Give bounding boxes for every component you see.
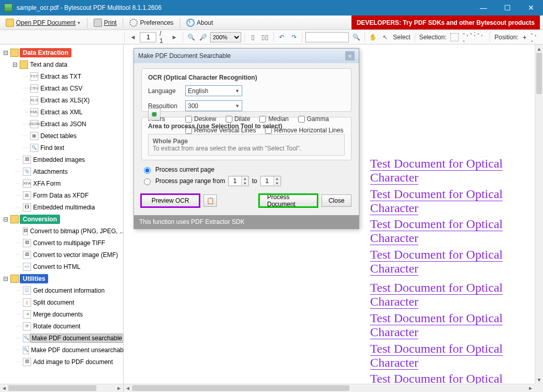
tree-add-image[interactable]: ⋯🖼Add image to PDF document	[0, 356, 123, 368]
zoom-select[interactable]: 200%	[210, 32, 241, 42]
language-select[interactable]: English▼	[185, 85, 242, 96]
range-from-input[interactable]: ▲▼	[228, 176, 249, 186]
zoom-in-button[interactable]: 🔎	[198, 32, 208, 42]
area-hint-label: To extract from area select the area wit…	[153, 145, 340, 152]
process-range-radio[interactable]	[144, 178, 151, 185]
binoculars-icon: 🔍	[30, 144, 38, 152]
process-current-label: Process current page	[155, 166, 214, 173]
xls-icon: XLS	[30, 96, 38, 104]
gamma-checkbox[interactable]: Gamma	[298, 115, 329, 123]
tree-extract-xls[interactable]: ⋯XLSExtract as XLS(X)	[0, 94, 123, 106]
titlebar: sample_ocr.pdf - Bytescout PDF Multitool…	[0, 0, 543, 16]
emf-icon: 🖼	[23, 251, 31, 259]
tree-make-searchable[interactable]: ⋯🔍Make PDF document searchable	[0, 332, 123, 344]
process-document-button[interactable]: Process Document	[259, 194, 317, 207]
select-tool-label: Select	[392, 34, 411, 41]
attachment-icon: 📎	[23, 168, 31, 176]
tree-detect-tables[interactable]: ⋯▦Detect tables	[0, 130, 123, 142]
preview-ocr-button[interactable]: Preview OCR	[141, 194, 199, 207]
print-button[interactable]: Print	[92, 18, 119, 28]
ocr-dialog: Make PDF Document Searchable × OCR (Opti…	[134, 48, 359, 229]
selection-value: - , - ; - , -	[462, 30, 487, 44]
find-input[interactable]	[305, 32, 349, 42]
menubar: Open PDF Document ▾ Print Preferences Ab…	[0, 16, 543, 30]
preferences-button[interactable]: Preferences	[127, 18, 175, 28]
maximize-button[interactable]: ☐	[495, 0, 519, 16]
rotate-left-button[interactable]: ↶	[277, 32, 287, 42]
tree-embedded-multimedia[interactable]: ⋯🎞Embedded multimedia	[0, 201, 123, 213]
ocr-text-line: Test Document for Optical Character	[370, 217, 535, 245]
close-dialog-button[interactable]: Close	[321, 194, 351, 207]
resolution-select[interactable]: 300▼	[185, 100, 242, 111]
hand-tool-button[interactable]: ✋	[368, 32, 378, 42]
open-folder-icon	[6, 19, 14, 27]
dilate-checkbox[interactable]: Dilate	[226, 115, 251, 123]
about-icon	[186, 19, 195, 27]
folder-open-icon	[20, 61, 28, 69]
page-number-input[interactable]	[140, 32, 156, 42]
tree-cat-conversion[interactable]: ⊟Conversion	[0, 213, 123, 225]
dialog-close-button[interactable]: ×	[345, 51, 355, 61]
tree-form-data[interactable]: ⋯▤Form Data as XFDF	[0, 189, 123, 201]
dialog-title: Make PDF Document Searchable	[138, 52, 231, 59]
open-pdf-document-button[interactable]: Open PDF Document ▾	[3, 17, 83, 28]
tree-get-info[interactable]: ⋯ⓘGet document information	[0, 284, 123, 296]
unsearchable-icon: 🔍	[23, 346, 29, 354]
rotate-icon: ⟳	[23, 322, 31, 330]
merge-icon: ⇥	[23, 310, 31, 319]
tree-conv-html[interactable]: ⋯<>Convert to HTML	[0, 261, 123, 273]
about-button[interactable]: About	[184, 18, 215, 28]
sidebar-scrollbar-h[interactable]: ◄►	[0, 384, 123, 392]
position-label: Position:	[493, 34, 519, 41]
folder-open-icon	[10, 49, 19, 57]
tree-merge[interactable]: ⋯⇥Merge documents	[0, 308, 123, 320]
selection-type-icon[interactable]	[450, 33, 459, 41]
tree-extract-csv[interactable]: ⋯CSVExtract as CSV	[0, 82, 123, 94]
single-page-button[interactable]: ▯	[248, 32, 258, 42]
tree-text-and-data[interactable]: ⊟Text and data	[0, 58, 123, 70]
tree-xfa-form[interactable]: ⋯XFAXFA Form	[0, 177, 123, 189]
range-to-input[interactable]: ▲▼	[260, 176, 281, 186]
bug-icon	[151, 111, 158, 118]
copy-result-button[interactable]: 📋	[203, 194, 217, 207]
close-window-button[interactable]: ✕	[519, 0, 543, 16]
process-range-label: Process page range from	[155, 177, 225, 185]
gear-icon	[129, 19, 138, 27]
xfa-icon: XFA	[23, 179, 31, 188]
process-current-radio[interactable]	[144, 167, 151, 174]
auto-fix-filters-button[interactable]	[148, 108, 160, 120]
ocr-text-line: Test Document for Optical Character	[370, 187, 535, 215]
tree-conv-bitmap[interactable]: ⋯🖼Convert to bitmap (PNG, JPEG, ...)	[0, 225, 123, 237]
tree-extract-json[interactable]: ⋯JSONExtract as JSON	[0, 118, 123, 130]
chevron-down-icon: ▼	[235, 103, 240, 109]
html-icon: <>	[23, 263, 31, 271]
zoom-out-button[interactable]: 🔍	[186, 32, 196, 42]
tree-attachments[interactable]: ⋯📎Attachments	[0, 165, 123, 177]
rotate-right-button[interactable]: ↷	[289, 32, 299, 42]
tree-conv-emf[interactable]: ⋯🖼Convert to vector image (EMF)	[0, 249, 123, 261]
tree-rotate[interactable]: ⋯⟳Rotate document	[0, 320, 123, 332]
tree-split[interactable]: ⋯|Split document	[0, 296, 123, 308]
tree-extract-txt[interactable]: ⋯TXTExtract as TXT	[0, 70, 123, 82]
median-checkbox[interactable]: Median	[259, 115, 288, 123]
tree-conv-tiff[interactable]: ⋯🖼Convert to multipage TIFF	[0, 237, 123, 249]
minimize-button[interactable]: —	[472, 0, 495, 16]
tree-make-unsearchable[interactable]: ⋯🔍Make PDF document unsearchable	[0, 344, 123, 356]
find-button[interactable]: 🔍	[351, 32, 361, 42]
next-page-button[interactable]: ►	[169, 32, 179, 42]
tree-cat-utilities[interactable]: ⊟Utilities	[0, 273, 123, 284]
scrollbar-horizontal[interactable]: ◄►	[124, 384, 535, 392]
deskew-checkbox[interactable]: Deskew	[185, 115, 216, 123]
prev-page-button[interactable]: ◄	[128, 32, 138, 42]
select-tool-button[interactable]: ↖	[380, 32, 390, 42]
tree-extract-xml[interactable]: ⋯XMLExtract as XML	[0, 106, 123, 118]
dev-banner[interactable]: DEVELOPERS: Try PDF SDKs and other Bytes…	[351, 16, 540, 29]
bitmap-icon: 🖼	[23, 227, 28, 235]
tree-embedded-images[interactable]: ⋯🖼Embedded images	[0, 154, 123, 165]
ocr-text-line: Test Document for Optical Character	[370, 342, 535, 370]
xml-icon: XML	[30, 108, 38, 116]
tree-find-text[interactable]: ⋯🔍Find text	[0, 142, 123, 154]
scrollbar-vertical[interactable]: ▲▼	[535, 44, 543, 384]
tree-cat-data-extraction[interactable]: ⊟Data Extraction	[0, 47, 123, 58]
continuous-page-button[interactable]: ▯▯	[260, 32, 270, 42]
